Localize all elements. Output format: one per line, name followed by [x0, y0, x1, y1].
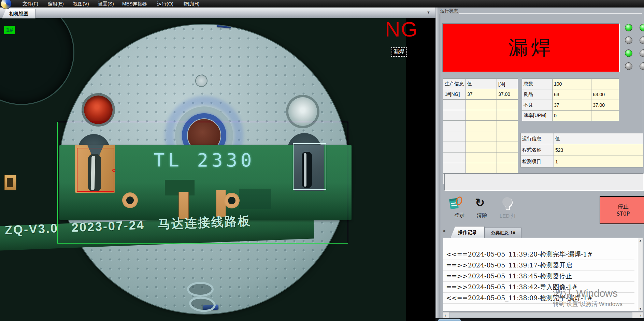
led-indicator: [625, 62, 632, 70]
taskbar-peek: [438, 319, 461, 321]
scroll-left-icon[interactable]: ‹: [445, 312, 446, 318]
scroll-down-icon[interactable]: ▼: [639, 307, 642, 310]
log-entry: <<==2024-05-05_11:39:20-检测完毕-漏焊-1#: [443, 249, 634, 260]
menu-bar: 文件(F) 编辑(E) 视图(V) 设置(S) MES连接器 运行(O) 帮助(…: [0, 0, 644, 8]
camera-viewport[interactable]: TL 2330 ZQ-V3.0 2023-07-24 马达连接线路板 1# NG…: [0, 18, 435, 321]
stop-label-cn: 停止: [618, 203, 629, 210]
cell: 37: [466, 89, 497, 100]
dimple: [195, 75, 207, 87]
tab-camera-view[interactable]: 相机视图: [2, 9, 35, 18]
cell: 63: [553, 89, 591, 100]
menu-settings[interactable]: 设置(S): [98, 1, 114, 7]
led-indicator: [625, 37, 632, 44]
clear-label: 清除: [472, 212, 491, 219]
cell: 程式名称: [521, 144, 554, 156]
connector-slot: [7, 178, 13, 187]
message-strip: [444, 173, 644, 191]
col-header: 值: [554, 133, 643, 144]
stamped-crescent: [187, 282, 214, 297]
alarm-display: 漏焊: [442, 23, 620, 72]
machine-vision-app: 文件(F) 编辑(E) 视图(V) 设置(S) MES连接器 运行(O) 帮助(…: [0, 0, 644, 321]
menu-run[interactable]: 运行(O): [157, 1, 173, 7]
col-header: 值: [466, 79, 497, 89]
login-button[interactable]: 登录: [448, 196, 470, 227]
cell: 1: [554, 156, 643, 167]
camera-tab-strip: 相机视图 ▼: [0, 8, 435, 18]
cell: 63.00: [591, 89, 619, 100]
tab-operation-log[interactable]: 操作记录: [450, 226, 485, 238]
menu-view[interactable]: 视图(V): [73, 1, 89, 7]
stop-button[interactable]: 停止 STOP: [600, 196, 644, 224]
status-panel: 运行状态 漏焊 生产信息 值 [%] 1#[NG] 37 37.00: [438, 8, 644, 321]
panel-splitter[interactable]: [435, 8, 438, 321]
cell: 不良: [522, 100, 553, 111]
production-table: 生产信息 值 [%] 1#[NG] 37 37.00: [443, 78, 518, 184]
log-entry: ==>>2024-05-05_11:39:17-检测器开启: [443, 260, 634, 271]
menu-edit[interactable]: 编辑(E): [48, 1, 64, 7]
windows-activation-watermark-sub: 转到“设置”以激活 Windows: [553, 300, 622, 308]
cell: [591, 111, 619, 121]
vertical-scrollbar[interactable]: ▲ ▼: [638, 238, 643, 311]
bulb-base-icon: [505, 205, 509, 209]
menu-mes-connector[interactable]: MES连接器: [122, 1, 147, 7]
cell: 37.00: [497, 89, 518, 100]
gold-connector: [4, 175, 16, 190]
cell: 0: [553, 111, 591, 121]
scroll-right-icon[interactable]: ›: [640, 312, 641, 318]
table-row: 1#[NG] 37 37.00: [443, 89, 518, 100]
cell: [591, 79, 619, 89]
rim-tab: [92, 28, 107, 40]
led-indicator: [625, 49, 632, 57]
clear-button[interactable]: ↻ 清除: [472, 196, 491, 227]
red-terminal-pad: [84, 96, 113, 124]
login-label: 登录: [448, 212, 470, 219]
station-badge: 1#: [4, 26, 15, 34]
rim-tab: [302, 279, 317, 292]
menu-help[interactable]: 帮助(H): [183, 1, 199, 7]
stop-label-en: STOP: [617, 210, 630, 217]
window-bottom-edge: [435, 318, 644, 321]
led-light-button[interactable]: LED 灯: [496, 196, 520, 227]
table-row: 良品 63 63.00: [522, 89, 619, 100]
scroll-up-icon[interactable]: ▲: [639, 239, 642, 242]
result-ng-label: NG: [385, 19, 418, 40]
cell: 良品: [522, 89, 553, 100]
table-row: 不良 37 37.00: [522, 100, 619, 111]
cell: 100: [553, 79, 591, 89]
log-entry: ==>>2024-05-05_11:38:45-检测器停止: [443, 271, 634, 282]
table-row: 程式名称 523: [521, 144, 643, 156]
table-row: 速率[UPM] 0: [522, 111, 619, 121]
led-label: LED 灯: [496, 213, 520, 219]
chevron-down-icon[interactable]: ▼: [427, 10, 430, 14]
stats-table: 总数 100 良品 63 63.00 不良 37 37.00 速率[UPM] 0: [522, 78, 619, 121]
runinfo-table: 运行信息 值 程式名称 523 检测项目 1: [520, 133, 643, 167]
cell: 总数: [522, 79, 553, 89]
led-indicator: [625, 24, 632, 31]
pcb-marking-text: TL 2330: [154, 149, 255, 171]
rim-tab: [96, 282, 110, 294]
col-header: 运行信息: [521, 133, 554, 144]
alarm-text: 漏焊: [509, 34, 554, 61]
status-panel-title: 运行状态: [439, 8, 459, 14]
col-header: [%]: [497, 79, 518, 89]
cell: 1#[NG]: [443, 89, 466, 100]
table-row: 检测项目 1: [521, 156, 643, 167]
cell: 37.00: [591, 100, 619, 111]
horizontal-scrollbar[interactable]: ‹ ›: [443, 312, 643, 318]
defect-name-label: 漏焊: [391, 47, 407, 57]
tab-classification-summary[interactable]: 分类汇总-1#: [485, 227, 521, 238]
windows-activation-watermark: 激活 Windows: [553, 287, 618, 301]
table-row: 总数 100: [522, 79, 619, 89]
col-header: 生产信息: [443, 79, 466, 89]
camera-letterbox: [406, 18, 435, 321]
cell: 37: [553, 100, 591, 111]
scrollbar-thumb[interactable]: [449, 312, 632, 318]
tab-scroll-left-icon[interactable]: ◀: [442, 229, 445, 233]
cell: 检测项目: [521, 156, 554, 167]
menu-file[interactable]: 文件(F): [23, 1, 38, 7]
rim-tab: [322, 52, 336, 64]
refresh-icon: ↻: [475, 196, 485, 209]
cell: 速率[UPM]: [522, 111, 553, 121]
cell: 523: [554, 144, 643, 156]
